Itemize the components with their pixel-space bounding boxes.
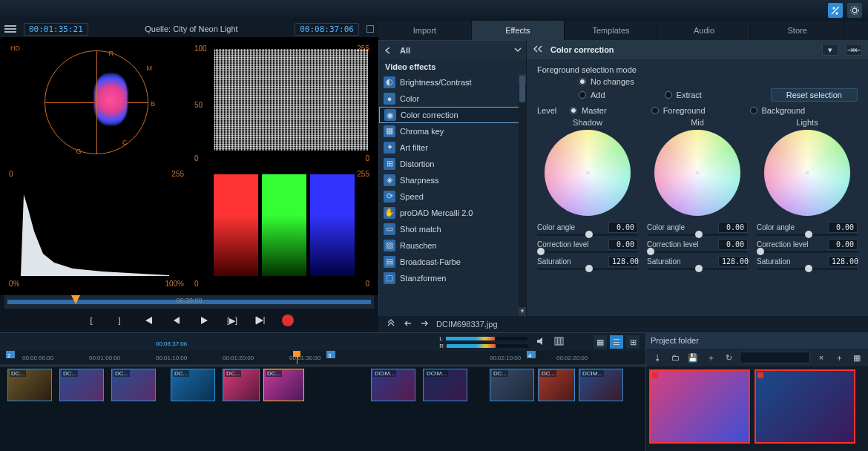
nav-back-icon[interactable] [404, 320, 412, 329]
radio-no-changes[interactable]: No changes [579, 77, 858, 86]
new-folder-icon[interactable]: ＋ [832, 351, 846, 364]
fx-item-stanzformen[interactable]: ▢Stanzformen [379, 270, 526, 286]
play-icon[interactable] [197, 314, 211, 327]
radio-master[interactable]: Master [570, 106, 607, 115]
fx-item-rauschen[interactable]: ▨Rauschen [379, 237, 526, 254]
timecode-out[interactable]: 00:08:37:06 [295, 23, 359, 36]
import-icon[interactable]: ⭳ [651, 351, 664, 364]
timeline-ruler[interactable]: 2 00:00:50:00 00:01:00:00 00:08:37:06 00… [0, 351, 645, 364]
go-end-icon[interactable] [254, 314, 267, 327]
sat-shadow-slider[interactable] [537, 268, 638, 270]
back-icon[interactable] [384, 45, 394, 56]
sat-lights-val[interactable]: 128.00 [828, 256, 858, 267]
fx-item-artfilter[interactable]: ✦Art filter [379, 139, 526, 156]
timeline-tracks[interactable]: DC... DC... DC... DC... DC... DC... DCIM… [0, 364, 645, 451]
clip-selected[interactable]: DC... [263, 369, 304, 401]
radio-background[interactable]: Background [750, 106, 806, 115]
collapse-up-icon[interactable] [386, 319, 396, 329]
angle-mid-val[interactable]: 0.00 [718, 222, 748, 233]
sat-mid-slider[interactable] [647, 268, 748, 270]
filter-all-label[interactable]: All [400, 46, 508, 55]
project-search-input[interactable] [740, 352, 810, 363]
clip[interactable]: DCIM... [579, 369, 623, 401]
chevron-down-icon[interactable] [514, 46, 522, 55]
tab-effects[interactable]: Effects [472, 21, 565, 40]
magic-fx-icon[interactable] [828, 3, 843, 18]
clip[interactable]: DC... [490, 369, 534, 401]
angle-mid-slider[interactable] [647, 234, 748, 236]
save-icon[interactable]: 💾 [686, 351, 700, 364]
fx-scrollbar[interactable]: ▲ ▼ [519, 74, 526, 316]
sat-mid-val[interactable]: 128.00 [718, 256, 748, 267]
project-clip[interactable] [754, 369, 855, 444]
nav-forward-icon[interactable] [420, 320, 429, 329]
tab-store[interactable]: Store [751, 21, 844, 40]
refresh-icon[interactable]: ↻ [722, 351, 735, 364]
fx-item-broadcast[interactable]: ▤Broadcast-Farbe [379, 254, 526, 270]
wheel-lights[interactable] [764, 130, 850, 216]
angle-shadow-slider[interactable] [537, 234, 638, 236]
compare-icon[interactable]: ⇥⇤ [846, 44, 862, 56]
corr-mid-slider[interactable] [647, 251, 748, 253]
fx-item-colorcorrection[interactable]: ◉Color correction [379, 107, 526, 123]
add-icon[interactable]: ＋ [704, 351, 717, 364]
timecode-in[interactable]: 00:01:35:21 [24, 23, 88, 36]
fx-item-shotmatch[interactable]: ▭Shot match [379, 221, 526, 237]
fx-item-chromakey[interactable]: ▦Chroma key [379, 123, 526, 139]
corr-lights-val[interactable]: 0.00 [828, 239, 858, 250]
step-back-icon[interactable] [169, 314, 183, 327]
mark-out-icon[interactable]: ] [113, 314, 126, 327]
mark-in-icon[interactable]: [ [85, 314, 98, 327]
corr-shadow-val[interactable]: 0.00 [608, 239, 638, 250]
play-range-icon[interactable]: [▶] [226, 314, 239, 327]
view-tiles-icon[interactable]: ▦ [850, 351, 864, 364]
angle-lights-slider[interactable] [757, 234, 858, 236]
clip[interactable]: DC... [538, 369, 575, 401]
scroll-thumb[interactable] [519, 76, 525, 102]
view-list-icon[interactable]: ☰ [610, 335, 623, 349]
clip[interactable]: DC... [111, 369, 156, 401]
angle-shadow-val[interactable]: 0.00 [608, 222, 638, 233]
view-overview-icon[interactable]: ⊞ [626, 335, 640, 349]
maximize-icon[interactable] [366, 25, 374, 33]
fx-item-speed[interactable]: ⟳Speed [379, 188, 526, 205]
clip[interactable]: DC... [171, 369, 215, 401]
clip[interactable]: DC... [7, 369, 52, 401]
go-start-icon[interactable] [141, 314, 154, 327]
preview-scrubber[interactable]: 08:38:00 [4, 295, 374, 309]
clip[interactable]: DCIM... [371, 369, 415, 401]
sat-lights-slider[interactable] [757, 268, 858, 270]
menu-icon[interactable] [4, 25, 16, 33]
tab-templates[interactable]: Templates [565, 21, 658, 40]
corr-mid-val[interactable]: 0.00 [718, 239, 748, 250]
radio-add[interactable]: Add [579, 90, 605, 99]
radio-extract[interactable]: Extract [665, 90, 702, 99]
corr-lights-slider[interactable] [757, 251, 858, 253]
tab-audio[interactable]: Audio [658, 21, 752, 40]
tab-import[interactable]: Import [378, 21, 472, 40]
sat-shadow-val[interactable]: 128.00 [608, 256, 638, 267]
wheel-mid[interactable] [654, 130, 740, 216]
wheel-shadow[interactable] [545, 130, 631, 216]
mixer-icon[interactable] [553, 336, 564, 348]
collapse-icon[interactable] [533, 45, 543, 55]
speaker-icon[interactable] [536, 336, 546, 348]
corr-shadow-slider[interactable] [537, 251, 638, 253]
project-clip[interactable] [649, 369, 750, 444]
dropdown-icon[interactable]: ▾ [822, 44, 838, 56]
clear-search-icon[interactable]: × [815, 351, 828, 364]
view-grid-icon[interactable]: ▦ [594, 335, 607, 349]
fx-item-sharpness[interactable]: ◈Sharpness [379, 172, 526, 188]
scroll-down-icon[interactable]: ▼ [519, 307, 526, 316]
fx-item-distortion[interactable]: ⊞Distortion [379, 156, 526, 172]
radio-foreground[interactable]: Foreground [651, 106, 706, 115]
clip[interactable]: DC... [59, 369, 104, 401]
angle-lights-val[interactable]: 0.00 [828, 222, 858, 233]
maximize-icon[interactable] [857, 338, 864, 344]
reset-selection-button[interactable]: Reset selection [771, 88, 858, 102]
clip[interactable]: DC... [223, 369, 260, 401]
gear-icon[interactable] [847, 3, 862, 18]
clip[interactable]: DCIM... [423, 369, 467, 401]
fx-item-color[interactable]: ●Color [379, 90, 526, 107]
fx-item-brightness[interactable]: ◐Brightness/Contrast [379, 74, 526, 90]
